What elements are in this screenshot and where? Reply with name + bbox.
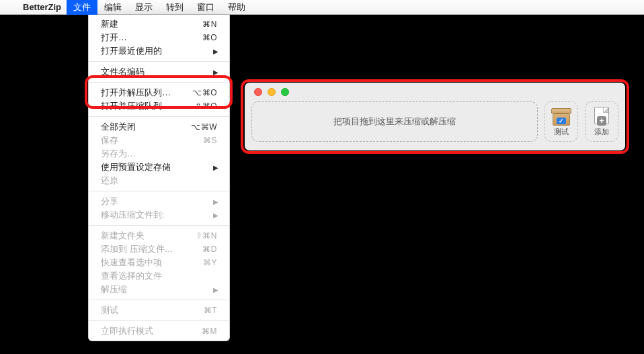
toolbar-test-button[interactable]: ✓ 测试 (545, 101, 578, 142)
menu-item-save-as: 另存为… (89, 147, 229, 161)
menu-item-filename-encoding[interactable]: 文件名编码 ▶ (89, 65, 229, 79)
box-check-icon: ✓ (551, 107, 571, 126)
menu-separator (89, 82, 229, 83)
app-name[interactable]: BetterZip (17, 0, 67, 15)
drop-zone[interactable]: 把项目拖到这里来压缩或解压缩 (251, 101, 538, 142)
chevron-right-icon: ▶ (213, 212, 218, 219)
menu-item-open-extract-queue[interactable]: 打开并解压队列… ⌥⌘O (89, 86, 229, 99)
menu-item-share: 分享 ▶ (89, 195, 229, 208)
menu-item-open-compress-queue[interactable]: 打开并压缩队列… ⇧⌘O (89, 99, 229, 113)
menu-item-execute-mode: 立即执行模式 ⌘M (89, 324, 229, 338)
menu-go[interactable]: 转到 (159, 0, 190, 15)
queue-window: 把项目拖到这里来压缩或解压缩 ✓ 测试 + 添加 (245, 83, 625, 150)
chevron-right-icon: ▶ (213, 69, 218, 76)
chevron-right-icon: ▶ (213, 286, 218, 294)
menu-view[interactable]: 显示 (128, 0, 159, 15)
menu-separator (89, 320, 229, 321)
menu-file[interactable]: 文件 (67, 0, 97, 15)
menu-item-save: 保存 ⌘S (89, 134, 229, 147)
file-plus-icon: + (592, 107, 612, 126)
menu-item-move-archive-to: 移动压缩文件到: ▶ (89, 208, 229, 222)
zoom-window-button[interactable] (281, 88, 289, 96)
menu-separator (89, 116, 229, 117)
menu-help[interactable]: 帮助 (221, 0, 252, 15)
toolbar-add-label: 添加 (594, 127, 609, 137)
chevron-right-icon: ▶ (213, 198, 218, 206)
menu-window[interactable]: 窗口 (190, 0, 221, 15)
toolbar-test-label: 测试 (554, 127, 569, 137)
menu-edit[interactable]: 编辑 (97, 0, 128, 15)
minimize-window-button[interactable] (268, 88, 276, 96)
chevron-right-icon: ▶ (213, 48, 218, 55)
menu-item-open[interactable]: 打开… ⌘O (89, 31, 229, 44)
window-traffic-lights (251, 88, 618, 96)
menu-item-new[interactable]: 新建 ⌘N (89, 17, 229, 31)
file-menu-dropdown: 新建 ⌘N 打开… ⌘O 打开最近使用的 ▶ 文件名编码 ▶ 打开并解压队列… … (88, 15, 230, 341)
menu-item-open-recent[interactable]: 打开最近使用的 ▶ (89, 44, 229, 58)
chevron-right-icon: ▶ (213, 164, 218, 171)
menu-item-save-preset[interactable]: 使用预置设定存储 ▶ (89, 161, 229, 174)
menubar: BetterZip 文件 编辑 显示 转到 窗口 帮助 (0, 0, 644, 15)
toolbar-add-button[interactable]: + 添加 (585, 101, 618, 142)
menu-item-add-to-archive: 添加到 压缩文件… ⌘D (89, 242, 229, 256)
menu-item-extract: 解压缩 ▶ (89, 283, 229, 296)
menu-separator (89, 61, 229, 62)
menu-item-revert: 还原 (89, 174, 229, 187)
menu-item-test: 测试 ⌘T (89, 304, 229, 317)
close-window-button[interactable] (254, 88, 262, 96)
menu-item-close-all[interactable]: 全部关闭 ⌥⌘W (89, 120, 229, 134)
menu-separator (89, 191, 229, 191)
menu-item-view-selected: 查看选择的文件 (89, 269, 229, 283)
menu-item-new-folder: 新建文件夹 ⇧⌘N (89, 229, 229, 242)
drop-zone-label: 把项目拖到这里来压缩或解压缩 (333, 116, 456, 128)
menu-item-quick-look: 快速查看选中项 ⌘Y (89, 256, 229, 269)
menu-separator (89, 225, 229, 226)
menu-separator (89, 300, 229, 300)
